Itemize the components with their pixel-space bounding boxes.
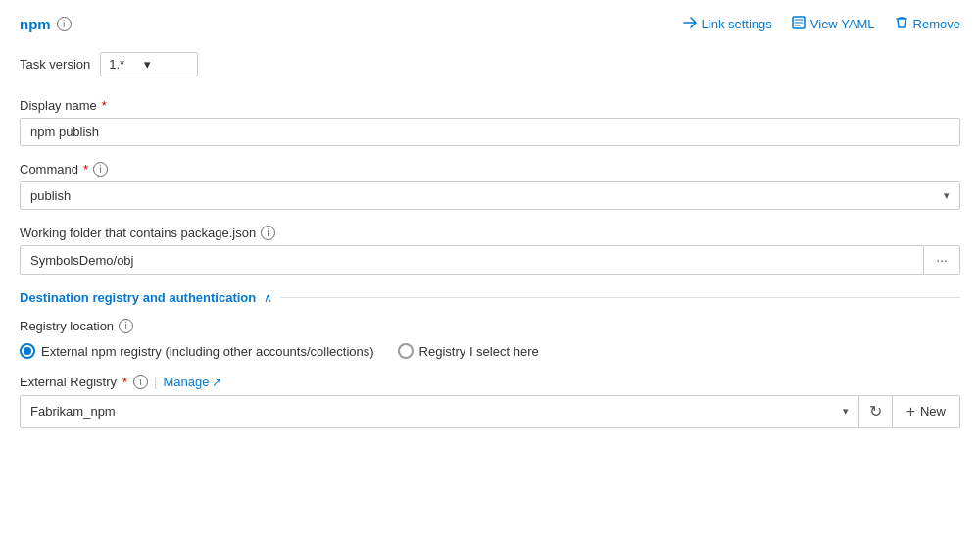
registry-location-label: Registry location i [20, 319, 960, 333]
external-registry-value: Fabrikam_npm [30, 404, 116, 419]
dest-section-chevron-icon[interactable]: ∧ [264, 291, 272, 305]
task-version-chevron-icon: ▾ [144, 57, 151, 72]
external-registry-field: External Registry * i | Manage ↗ Fabrika… [20, 375, 960, 428]
external-registry-info-icon[interactable]: i [133, 375, 148, 389]
plus-icon: + [906, 403, 915, 421]
ellipsis-icon: ··· [936, 252, 948, 268]
manage-label: Manage [163, 375, 209, 389]
display-name-label: Display name * [20, 98, 960, 113]
header-actions: Link settings View YAML Remove [683, 16, 960, 32]
registry-location-field: Registry location i External npm registr… [20, 319, 960, 359]
task-version-select[interactable]: 1.* ▾ [100, 52, 198, 76]
working-folder-field: Working folder that contains package.jso… [20, 226, 960, 275]
task-version-label: Task version [20, 57, 90, 72]
external-registry-label-row: External Registry * i | Manage ↗ [20, 375, 960, 389]
view-yaml-icon [792, 16, 806, 32]
remove-icon [895, 16, 908, 32]
radio-select-here[interactable]: Registry I select here [398, 343, 539, 359]
working-folder-label: Working folder that contains package.jso… [20, 226, 960, 240]
radio-external-npm-inner [24, 347, 31, 355]
manage-external-icon: ↗ [212, 376, 221, 389]
title-info-icon[interactable]: i [57, 17, 72, 31]
command-info-icon[interactable]: i [93, 162, 108, 177]
radio-select-here-outer [398, 343, 414, 359]
display-name-field: Display name * [20, 98, 960, 146]
manage-link[interactable]: Manage ↗ [163, 375, 221, 389]
registry-location-radio-group: External npm registry (including other a… [20, 343, 960, 359]
command-field: Command * i publish ▾ [20, 162, 960, 210]
link-settings-icon [683, 16, 697, 32]
new-label: New [920, 404, 946, 419]
task-title-area: npm i [20, 16, 72, 32]
new-button[interactable]: + New [893, 395, 960, 428]
task-version-row: Task version 1.* ▾ [20, 52, 960, 76]
remove-label: Remove [913, 17, 960, 31]
registry-location-info-icon[interactable]: i [119, 319, 133, 333]
view-yaml-button[interactable]: View YAML [792, 16, 875, 32]
dest-section-divider [280, 297, 960, 298]
external-registry-required: * [122, 375, 127, 389]
radio-external-npm-outer [20, 343, 35, 359]
working-folder-row: ··· [20, 245, 960, 275]
external-registry-select-row: Fabrikam_npm ▾ ↻ + New [20, 395, 960, 428]
refresh-button[interactable]: ↻ [859, 395, 893, 428]
refresh-icon: ↻ [869, 402, 882, 421]
display-name-input[interactable] [20, 118, 960, 146]
link-settings-label: Link settings [702, 17, 772, 31]
task-version-value: 1.* [109, 57, 124, 72]
view-yaml-label: View YAML [810, 17, 875, 31]
link-settings-button[interactable]: Link settings [683, 16, 772, 32]
working-folder-browse-button[interactable]: ··· [924, 245, 960, 275]
display-name-required: * [102, 98, 107, 113]
command-value: publish [30, 188, 71, 203]
radio-external-npm-label: External npm registry (including other a… [41, 344, 374, 359]
task-header: npm i Link settings View YAM [20, 16, 960, 32]
dest-section-header: Destination registry and authentication … [20, 290, 960, 305]
remove-button[interactable]: Remove [895, 16, 960, 32]
task-title: npm [20, 16, 51, 32]
command-required: * [83, 162, 88, 177]
external-registry-label: External Registry [20, 375, 117, 389]
radio-external-npm[interactable]: External npm registry (including other a… [20, 343, 374, 359]
working-folder-input[interactable] [20, 245, 924, 275]
command-chevron-icon: ▾ [944, 189, 950, 202]
radio-select-here-label: Registry I select here [419, 344, 539, 359]
working-folder-info-icon[interactable]: i [261, 226, 275, 240]
command-select[interactable]: publish ▾ [20, 181, 960, 210]
external-registry-select[interactable]: Fabrikam_npm ▾ [20, 395, 859, 428]
pipe-separator: | [154, 375, 157, 389]
command-label: Command * i [20, 162, 960, 177]
dest-section-title: Destination registry and authentication [20, 290, 256, 305]
external-registry-chevron-icon: ▾ [843, 405, 849, 418]
